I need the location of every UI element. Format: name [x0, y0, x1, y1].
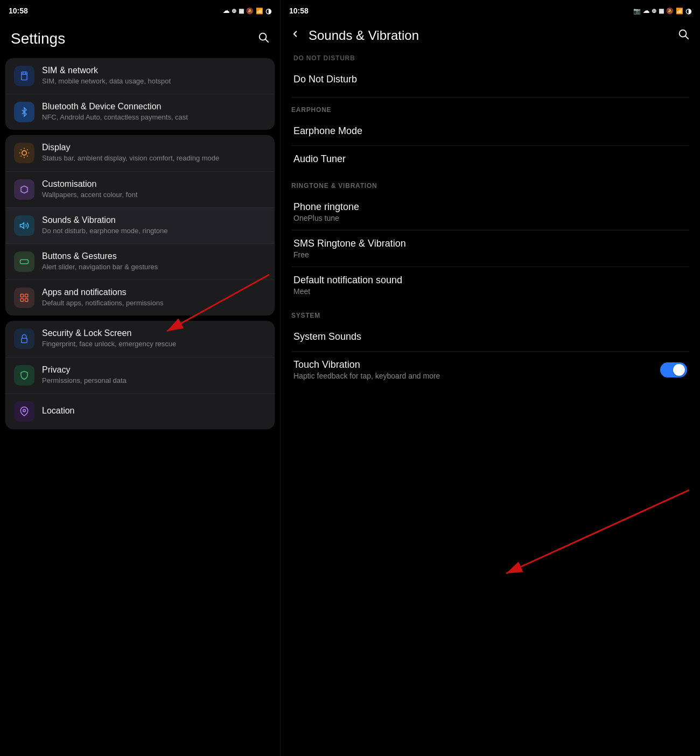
right-page-title: Sounds & Vibration [309, 28, 419, 43]
sound-icon-container [14, 215, 34, 236]
sounds-item-subtitle: Do not disturb, earphone mode, ringtone [42, 226, 266, 236]
earphone-section-label: EARPHONE [291, 97, 689, 118]
mute-icon-right: 🔕 [666, 8, 674, 15]
svg-rect-21 [22, 339, 27, 343]
audio-tuner-item[interactable]: Audio Tuner [291, 146, 689, 173]
sms-ringtone-item[interactable]: SMS Ringtone & Vibration Free [291, 230, 689, 267]
sim-icon-container [14, 66, 34, 86]
cloud-icon-right: ☁ [643, 7, 649, 15]
sim-icon-right: ▦ [659, 8, 664, 15]
location-icon-container [14, 401, 34, 422]
touch-vibration-subtitle: Haptic feedback for tap, keyboard and mo… [293, 372, 440, 380]
settings-item-sounds[interactable]: Sounds & Vibration Do not disturb, earph… [5, 208, 275, 244]
privacy-icon-container [14, 365, 34, 386]
system-sounds-title: System Sounds [293, 331, 687, 342]
gps-icon: ⊕ [232, 8, 236, 15]
do-not-disturb-item[interactable]: Do Not Disturb [291, 66, 689, 97]
svg-rect-2 [22, 72, 27, 80]
settings-item-privacy[interactable]: Privacy Permissions, personal data [5, 358, 275, 394]
back-button[interactable] [286, 27, 304, 44]
dnd-section: DO NOT DISTURB Do Not Disturb [291, 52, 689, 97]
buttons-item-subtitle: Alert slider, navigation bar & gestures [42, 262, 266, 272]
audio-tuner-title: Audio Tuner [293, 153, 687, 165]
ringtone-section-label: RINGTONE & VIBRATION [291, 173, 689, 194]
system-sounds-item[interactable]: System Sounds [291, 324, 689, 352]
svg-line-11 [27, 150, 27, 150]
touch-vibration-text: Touch Vibration Haptic feedback for tap,… [293, 359, 440, 380]
right-status-time: 10:58 [289, 6, 633, 15]
sms-ringtone-title: SMS Ringtone & Vibration [293, 238, 687, 249]
camera-icon: 📷 [633, 8, 641, 15]
settings-item-security[interactable]: Security & Lock Screen Fingerprint, face… [5, 321, 275, 357]
display-icon-container [14, 143, 34, 163]
svg-rect-19 [20, 299, 23, 302]
sounds-item-title: Sounds & Vibration [42, 215, 266, 225]
customisation-item-subtitle: Wallpapers, accent colour, font [42, 190, 266, 200]
svg-rect-18 [25, 294, 28, 297]
sim-item-title: SIM & network [42, 66, 266, 75]
privacy-item-text: Privacy Permissions, personal data [42, 365, 266, 386]
touch-vibration-row: Touch Vibration Haptic feedback for tap,… [293, 359, 687, 380]
earphone-mode-item[interactable]: Earphone Mode [291, 118, 689, 146]
right-header-left: Sounds & Vibration [286, 27, 419, 44]
system-section: SYSTEM System Sounds Touch Vibration Hap… [291, 303, 689, 388]
left-status-icons: ☁ ⊕ ▦ 🔕 📶 ◑ [223, 7, 271, 15]
mute-icon: 🔕 [246, 8, 254, 15]
display-item-title: Display [42, 143, 266, 152]
default-notification-title: Default notification sound [293, 275, 687, 286]
cloud-icon: ☁ [223, 7, 229, 15]
battery-icon-right: ◑ [685, 7, 691, 15]
right-status-icons: 📷 ☁ ⊕ ▦ 🔕 📶 ◑ [633, 7, 691, 15]
touch-vibration-toggle[interactable] [660, 362, 687, 377]
customisation-item-title: Customisation [42, 179, 266, 189]
settings-item-customisation[interactable]: Customisation Wallpapers, accent colour,… [5, 172, 275, 208]
system-section-label: SYSTEM [291, 303, 689, 324]
svg-rect-13 [20, 260, 29, 264]
settings-item-location[interactable]: Location [5, 394, 275, 429]
customisation-icon-container [14, 179, 34, 200]
phone-ringtone-item[interactable]: Phone ringtone OnePlus tune [291, 194, 689, 230]
settings-item-sim[interactable]: SIM & network SIM, mobile network, data … [5, 58, 275, 94]
svg-line-6 [21, 150, 22, 150]
toggle-circle [673, 364, 685, 376]
sms-ringtone-subtitle: Free [293, 250, 687, 259]
right-search-button[interactable] [677, 28, 689, 43]
settings-item-buttons[interactable]: Buttons & Gestures Alert slider, navigat… [5, 244, 275, 280]
sim-item-text: SIM & network SIM, mobile network, data … [42, 66, 266, 86]
apps-item-subtitle: Default apps, notifications, permissions [42, 298, 266, 308]
phone-ringtone-title: Phone ringtone [293, 201, 687, 213]
left-status-time: 10:58 [9, 6, 223, 15]
sounds-item-text: Sounds & Vibration Do not disturb, earph… [42, 215, 266, 236]
dnd-section-label: DO NOT DISTURB [291, 52, 689, 66]
sim-icon: ▦ [239, 8, 244, 15]
bluetooth-icon-container [14, 102, 34, 122]
phone-ringtone-subtitle: OnePlus tune [293, 214, 687, 222]
privacy-item-subtitle: Permissions, personal data [42, 376, 266, 386]
battery-icon: ◑ [265, 7, 271, 15]
touch-vibration-item[interactable]: Touch Vibration Haptic feedback for tap,… [291, 352, 689, 388]
svg-line-10 [21, 156, 22, 157]
earphone-mode-title: Earphone Mode [293, 125, 687, 137]
security-item-text: Security & Lock Screen Fingerprint, face… [42, 328, 266, 349]
left-status-bar: 10:58 ☁ ⊕ ▦ 🔕 📶 ◑ [0, 0, 280, 22]
buttons-icon-container [14, 251, 34, 272]
settings-item-apps[interactable]: Apps and notifications Default apps, not… [5, 280, 275, 316]
settings-item-display[interactable]: Display Status bar, ambient display, vis… [5, 135, 275, 171]
location-item-text: Location [42, 406, 266, 417]
signal-icon: 📶 [256, 8, 263, 15]
location-item-title: Location [42, 406, 266, 416]
touch-vibration-title: Touch Vibration [293, 359, 440, 370]
right-header: Sounds & Vibration [281, 22, 700, 52]
settings-item-bluetooth[interactable]: Bluetooth & Device Connection NFC, Andro… [5, 94, 275, 130]
default-notification-subtitle: Meet [293, 287, 687, 296]
ringtone-section: RINGTONE & VIBRATION Phone ringtone OneP… [291, 173, 689, 303]
security-icon-container [14, 328, 34, 349]
default-notification-item[interactable]: Default notification sound Meet [291, 267, 689, 303]
apps-icon-container [14, 288, 34, 308]
settings-group-network: SIM & network SIM, mobile network, data … [5, 58, 275, 130]
settings-group-display: Display Status bar, ambient display, vis… [5, 135, 275, 316]
settings-group-security: Security & Lock Screen Fingerprint, face… [5, 321, 275, 429]
left-search-button[interactable] [257, 31, 269, 46]
svg-line-1 [265, 39, 268, 42]
left-header: Settings [0, 22, 280, 58]
